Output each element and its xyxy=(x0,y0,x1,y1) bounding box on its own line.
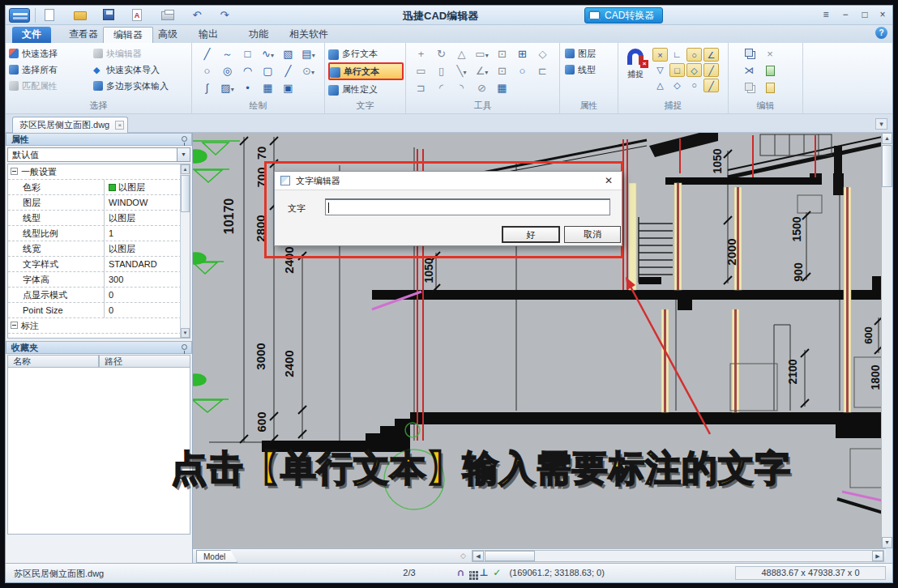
scroll-right-icon[interactable]: ▶ xyxy=(872,551,883,561)
measure-tool-icon[interactable]: ∠▾ xyxy=(472,63,492,80)
divide-tool-icon[interactable]: ⊘ xyxy=(472,80,492,97)
cut-button[interactable]: ⋊ xyxy=(738,63,759,80)
explode-tool-icon[interactable]: ○ xyxy=(512,63,532,80)
pin-icon[interactable] xyxy=(182,344,187,350)
scrollbar-thumb[interactable] xyxy=(181,175,190,212)
layer-button[interactable]: 图层 xyxy=(560,45,618,62)
dialog-title-bar[interactable]: 文字编辑器 ✕ xyxy=(275,172,622,190)
tab-viewer[interactable]: 查看器 xyxy=(59,27,108,43)
tab-advanced[interactable]: 高级 xyxy=(148,27,187,43)
array-tool-icon[interactable]: ▭▾ xyxy=(472,46,492,63)
ellipse-tool-icon[interactable]: ◎ xyxy=(217,63,237,80)
snap-parallel-icon[interactable]: ╱ xyxy=(703,63,719,77)
collapse-icon[interactable] xyxy=(11,168,18,175)
snap-quadrant-icon[interactable]: ◇ xyxy=(669,79,685,92)
ok-button[interactable]: 好 xyxy=(502,226,560,243)
delete-button[interactable]: × xyxy=(759,46,780,63)
property-row-color[interactable]: 色彩以图层 xyxy=(8,180,190,195)
splitter-collapse-icon[interactable]: ◇ xyxy=(460,552,466,560)
tab-related-software[interactable]: 相关软件 xyxy=(280,27,338,43)
text-input[interactable] xyxy=(325,198,610,215)
scroll-down-icon[interactable]: ▼ xyxy=(181,328,190,338)
tab-file[interactable]: 文件 xyxy=(12,27,51,43)
table-tool-icon[interactable]: ▣ xyxy=(278,80,298,97)
snap-apparent-icon[interactable]: △ xyxy=(652,79,668,92)
tab-output[interactable]: 输出 xyxy=(189,27,228,43)
properties-panel-header[interactable]: 属性 xyxy=(6,133,192,146)
polyline-tool-icon[interactable]: ～ xyxy=(217,46,237,63)
line-tool-icon[interactable]: ╱ xyxy=(197,46,217,63)
quick-select-button[interactable]: 快速选择 xyxy=(9,45,93,62)
model-tab[interactable]: Model xyxy=(196,550,237,563)
chevron-down-icon[interactable]: ▼ xyxy=(177,148,190,161)
hatch-tool-icon[interactable]: ▨▾ xyxy=(217,80,237,97)
block-tool-icon[interactable]: ▧ xyxy=(278,46,298,63)
snap-extension-icon[interactable]: ▽ xyxy=(652,63,668,77)
image-tool-icon[interactable]: ▦ xyxy=(258,80,278,97)
snap-intersection-icon[interactable]: × xyxy=(652,48,668,62)
match-tool-icon[interactable]: ⊡ xyxy=(492,63,512,80)
select-all-button[interactable]: 选择所有 xyxy=(9,62,93,78)
leader-tool-icon[interactable]: ╱ xyxy=(278,63,298,80)
block-dropdown-icon[interactable]: ▤▾ xyxy=(298,46,319,63)
snap-midpoint-icon[interactable]: □ xyxy=(669,63,685,77)
snap-center-icon[interactable]: ○ xyxy=(686,48,702,62)
property-grid-scrollbar[interactable]: ▲ ▼ xyxy=(180,164,190,338)
snap-perpendicular-icon[interactable]: ∟ xyxy=(669,48,685,62)
cad-converter-button[interactable]: CAD转换器 xyxy=(584,7,663,23)
scroll-up-icon[interactable]: ▲ xyxy=(882,133,892,144)
window-menu-icon[interactable]: ≡ xyxy=(818,9,834,22)
group-tool-icon[interactable]: ⊞ xyxy=(512,46,532,63)
rectangle-tool-icon[interactable]: □ xyxy=(237,46,258,63)
mirror-tool-icon[interactable]: ▯ xyxy=(431,63,451,80)
minimize-button[interactable]: − xyxy=(837,9,853,22)
region-tool-icon[interactable]: ▦ xyxy=(492,80,512,97)
undo-icon[interactable]: ↶ xyxy=(190,9,203,22)
linetype-button[interactable]: 线型 xyxy=(560,62,618,78)
polygon-entity-input-button[interactable]: 多边形实体输入 xyxy=(93,78,192,94)
save-icon[interactable] xyxy=(103,9,118,22)
link-tool-icon[interactable]: ⊡ xyxy=(492,46,512,63)
tab-editor[interactable]: 编辑器 xyxy=(103,27,153,43)
point-tool-icon[interactable]: • xyxy=(237,80,258,97)
trim-tool-icon[interactable]: ╲▾ xyxy=(451,63,472,80)
paste-button[interactable] xyxy=(759,63,780,80)
quick-entity-import-button[interactable]: ◆快速实体导入 xyxy=(93,62,192,78)
scale-tool-icon[interactable]: △ xyxy=(451,46,472,63)
ortho-toggle-icon[interactable]: ⊥ xyxy=(479,567,488,578)
join-tool-icon[interactable]: ⊐ xyxy=(411,80,431,97)
arc-tool-icon[interactable]: ◠ xyxy=(237,63,258,80)
favorites-col-path[interactable]: 路径 xyxy=(99,355,190,368)
property-row-lineweight[interactable]: 线宽以图层 xyxy=(8,241,190,257)
pdf-export-icon[interactable]: A xyxy=(132,9,147,22)
property-row-pointsize[interactable]: Point Size0 xyxy=(8,303,190,318)
favorites-col-name[interactable]: 名称 xyxy=(7,355,99,368)
snap-magnet-icon[interactable]: ∩ xyxy=(456,566,464,578)
snap-nearest-icon[interactable]: ∠ xyxy=(703,48,719,62)
rotate-tool-icon[interactable]: ↻ xyxy=(431,46,451,63)
scroll-down-icon[interactable]: ▼ xyxy=(882,537,892,548)
property-row-layer[interactable]: 图层WINDOW xyxy=(8,195,190,211)
property-row-textheight[interactable]: 字体高300 xyxy=(8,272,190,288)
doc-tab-close-icon[interactable]: × xyxy=(115,121,124,130)
ribbon-collapse-chevron-icon[interactable]: ▾ xyxy=(875,118,887,130)
preset-dropdown[interactable]: 默认值▼ xyxy=(7,147,190,162)
align-tool-icon[interactable]: ◇ xyxy=(532,46,553,63)
open-folder-icon[interactable] xyxy=(74,9,88,22)
break-tool-icon[interactable]: ⊏ xyxy=(532,63,553,80)
horizontal-scrollbar[interactable]: ◀ ▶ xyxy=(472,550,884,562)
pin-icon[interactable] xyxy=(182,136,187,142)
spline-tool-icon[interactable]: ∫ xyxy=(197,80,217,97)
attribute-define-button[interactable]: 属性定义 xyxy=(328,81,404,97)
favorites-panel-header[interactable]: 收藏夹 xyxy=(6,341,192,354)
property-row-pointmode[interactable]: 点显示模式0 xyxy=(8,288,190,303)
property-row-ltscale[interactable]: 线型比例1 xyxy=(8,226,190,241)
scrollbar-thumb[interactable] xyxy=(882,145,892,187)
chamfer-tool-icon[interactable]: ◝ xyxy=(451,80,472,97)
offset-tool-icon[interactable]: ▭ xyxy=(411,63,431,80)
move-tool-icon[interactable]: + xyxy=(411,46,431,63)
multiline-text-button[interactable]: 多行文本 xyxy=(328,45,404,62)
grid-toggle-icon[interactable] xyxy=(470,572,471,573)
maximize-button[interactable]: □ xyxy=(857,9,873,22)
property-row-textstyle[interactable]: 文字样式STANDARD xyxy=(8,257,190,272)
